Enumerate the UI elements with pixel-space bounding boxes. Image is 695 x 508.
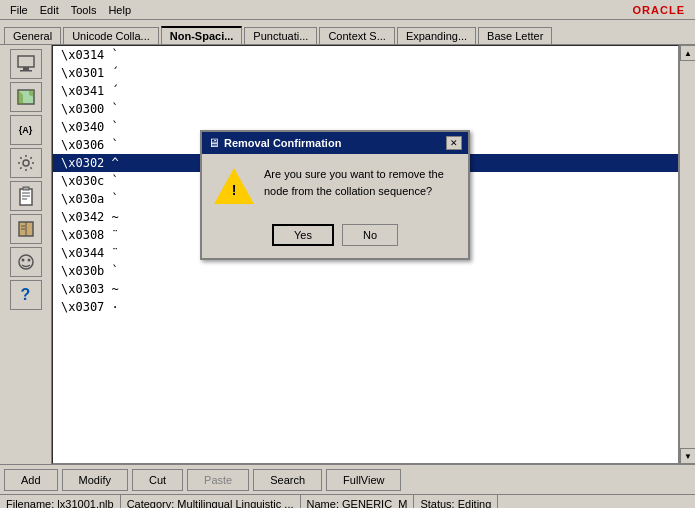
warning-icon: ! [214,166,254,206]
removal-confirmation-dialog: 🖥 Removal Confirmation ✕ ! Are you sure … [200,130,470,260]
dialog-buttons: Yes No [202,218,468,258]
dialog-overlay: 🖥 Removal Confirmation ✕ ! Are you sure … [0,0,695,508]
dialog-body: ! Are you sure you want to remove the no… [202,154,468,218]
dialog-yes-button[interactable]: Yes [272,224,334,246]
dialog-no-button[interactable]: No [342,224,398,246]
dialog-title-bar: 🖥 Removal Confirmation ✕ [202,132,468,154]
dialog-title-text: Removal Confirmation [224,137,442,149]
main-area: {A} ? \x0314 ` \x0301 ´ \x0341 ´ \x0300 … [0,44,695,464]
dialog-title-icon: 🖥 [208,136,220,150]
dialog-message: Are you sure you want to remove the node… [264,166,456,199]
dialog-close-button[interactable]: ✕ [446,136,462,150]
